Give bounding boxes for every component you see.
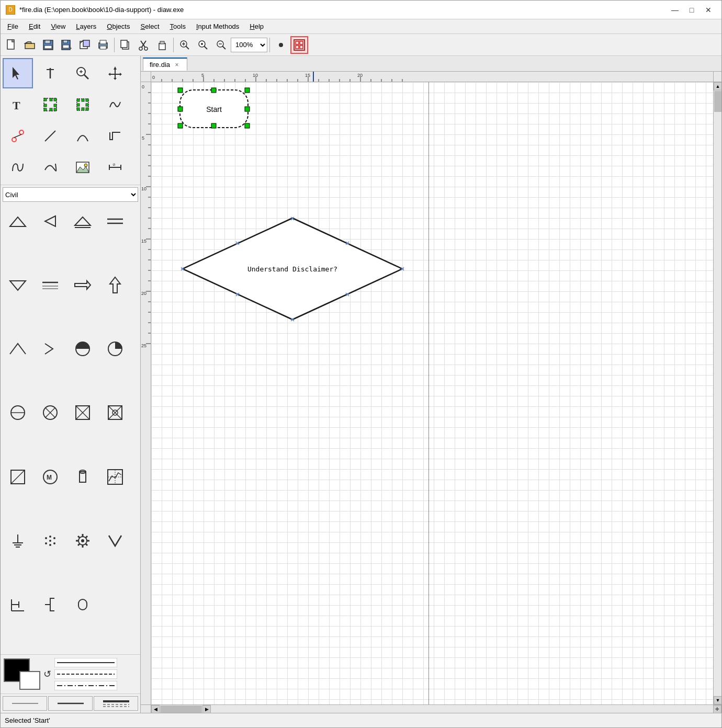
node-edit-tool[interactable] [3, 121, 33, 151]
zoom-in-button[interactable] [176, 36, 194, 54]
export-button[interactable] [76, 36, 94, 54]
line-width-thick[interactable] [94, 696, 138, 711]
arc-tool[interactable] [67, 121, 98, 151]
cut-button[interactable] [135, 36, 153, 54]
new-button[interactable] [3, 36, 20, 54]
shape-cylinder[interactable] [67, 462, 98, 492]
box-select-tool[interactable] [35, 89, 65, 120]
vscroll-down-button[interactable]: ▼ [714, 696, 721, 704]
shape-bracket[interactable] [35, 589, 65, 620]
menu-tools[interactable]: Tools [165, 20, 190, 32]
freehand-tool[interactable] [100, 89, 130, 120]
shape-chevron[interactable] [35, 334, 65, 364]
shape-left-triangle[interactable] [35, 206, 65, 236]
zoom-out-button[interactable] [212, 36, 230, 54]
shape-box-x[interactable] [67, 397, 98, 428]
shape-ground[interactable] [3, 526, 33, 556]
svg-point-119 [45, 542, 47, 544]
menu-select[interactable]: Select [136, 20, 164, 32]
magnify-tool[interactable] [67, 58, 98, 88]
snap-button[interactable] [290, 36, 308, 54]
tab-close-button[interactable]: × [173, 61, 180, 69]
line-style-2[interactable] [54, 669, 117, 679]
select-tool[interactable] [3, 58, 33, 88]
shape-circle-half[interactable] [67, 334, 98, 364]
svg-point-66 [19, 130, 24, 134]
shape-motor[interactable]: M [35, 462, 65, 492]
ruler-vscroll-top [713, 72, 721, 82]
maximize-button[interactable]: □ [684, 4, 700, 16]
shape-v[interactable] [100, 526, 130, 556]
shape-angle[interactable] [3, 334, 33, 364]
connect-button[interactable] [272, 36, 290, 54]
canvas-container[interactable]: Start [151, 82, 713, 704]
vscroll-thumb[interactable] [714, 91, 721, 112]
vertical-scrollbar: ▲ ▼ [713, 82, 721, 704]
bezier-tool[interactable] [3, 152, 33, 183]
background-color[interactable] [19, 671, 40, 690]
menu-edit[interactable]: Edit [24, 20, 45, 32]
line-style-1[interactable] [54, 658, 117, 667]
minimize-button[interactable]: — [667, 4, 683, 16]
menu-input-methods[interactable]: Input Methods [191, 20, 244, 32]
shape-dots[interactable] [35, 526, 65, 556]
text-tool[interactable]: T [3, 89, 33, 120]
save-as-button[interactable]: + [58, 36, 75, 54]
shape-right-arrow[interactable] [67, 270, 98, 300]
vscroll-track[interactable] [714, 90, 721, 696]
hscroll-right-button[interactable]: ▶ [202, 705, 211, 713]
hscroll-thumb[interactable] [160, 706, 202, 713]
shape-capsule[interactable] [67, 589, 98, 620]
hscroll-corner-right[interactable]: ✛ [713, 705, 721, 713]
line-style-3[interactable] [54, 681, 117, 690]
category-select[interactable]: Civil Flowchart Network UML Basic [3, 187, 138, 202]
shape-graph[interactable] [100, 462, 130, 492]
tab-bar: fire.dia × [141, 56, 721, 72]
menu-file[interactable]: File [3, 20, 23, 32]
shape-box-bow[interactable] [100, 397, 130, 428]
menu-view[interactable]: View [46, 20, 70, 32]
shape-box-diag[interactable] [3, 462, 33, 492]
shape-double-line[interactable] [100, 206, 130, 236]
line-width-medium[interactable] [48, 696, 93, 711]
vscroll-up-button[interactable]: ▲ [714, 82, 721, 90]
copy-button[interactable] [117, 36, 134, 54]
svg-line-27 [204, 46, 207, 49]
paste-button[interactable] [153, 36, 171, 54]
shape-circle-quarter[interactable] [100, 334, 130, 364]
shape-circle-crossed[interactable] [3, 397, 33, 428]
zoom-select[interactable]: 50% 75% 100% 150% 200% [231, 38, 267, 52]
menu-layers[interactable]: Layers [71, 20, 101, 32]
zoom-fit-button[interactable] [194, 36, 212, 54]
line-width-thin[interactable] [3, 696, 47, 711]
close-button[interactable]: ✕ [701, 4, 716, 16]
shape-embankment[interactable] [3, 206, 33, 236]
line-tool[interactable] [35, 121, 65, 151]
shape-double-triangle[interactable] [67, 206, 98, 236]
menu-objects[interactable]: Objects [102, 20, 134, 32]
move-tool[interactable] [100, 58, 130, 88]
tab-fire-dia[interactable]: fire.dia × [143, 58, 187, 71]
image-tool[interactable] [67, 152, 98, 183]
svg-marker-45 [108, 66, 122, 80]
zigzag-tool[interactable] [100, 121, 130, 151]
menu-help[interactable]: Help [245, 20, 268, 32]
svg-text:15: 15 [305, 73, 310, 78]
open-button[interactable] [21, 36, 39, 54]
shape-circle-crossed2[interactable] [35, 397, 65, 428]
color-reset-button[interactable]: ↺ [43, 668, 51, 680]
shape-up-arrow[interactable] [100, 270, 130, 300]
shape-hatched[interactable] [35, 270, 65, 300]
save-button[interactable] [39, 36, 57, 54]
shape-gear[interactable] [67, 526, 98, 556]
shape-down-triangle[interactable] [3, 270, 33, 300]
print-button[interactable] [94, 36, 112, 54]
curve-tool[interactable] [35, 152, 65, 183]
svg-rect-222 [245, 123, 250, 128]
hscroll-left-button[interactable]: ◀ [151, 705, 160, 713]
rotate-tool[interactable] [67, 89, 98, 120]
measure-tool[interactable]: ⊘ [100, 152, 130, 183]
shape-floor[interactable] [3, 589, 33, 620]
line-width-panel [1, 693, 140, 713]
text-insert-tool[interactable] [35, 58, 65, 88]
